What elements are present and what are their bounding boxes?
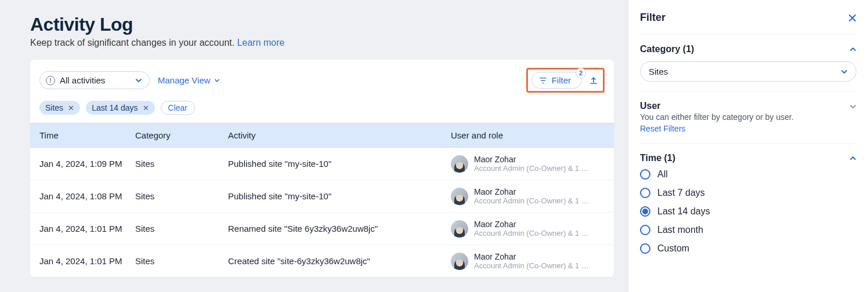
time-section-label: Time (1): [640, 153, 675, 163]
col-time: Time: [39, 130, 135, 140]
filter-icon: [539, 76, 547, 85]
activities-select[interactable]: ! All activities: [39, 71, 150, 89]
radio-icon: [640, 169, 650, 180]
user-name: Maor Zohar: [474, 252, 589, 261]
chip-label: Sites: [45, 103, 63, 112]
activities-select-label: All activities: [60, 75, 105, 85]
avatar: [451, 253, 468, 270]
time-radio-option[interactable]: Last 7 days: [640, 188, 856, 198]
table-row[interactable]: Jan 4, 2024, 1:01 PMSitesRenamed site "S…: [30, 213, 614, 245]
time-section-toggle[interactable]: Time (1): [640, 153, 856, 163]
category-section-toggle[interactable]: Category (1): [640, 44, 856, 54]
chevron-down-icon[interactable]: [849, 103, 856, 110]
time-section: Time (1) AllLast 7 daysLast 14 daysLast …: [640, 144, 856, 263]
table-row[interactable]: Jan 4, 2024, 1:08 PMSitesPublished site …: [30, 180, 614, 213]
radio-label: Last month: [657, 225, 703, 235]
cell-category: Sites: [135, 191, 228, 201]
filter-chips: Sites ✕ Last 14 days ✕ Clear: [30, 101, 614, 123]
filter-panel-title: Filter: [640, 12, 666, 24]
filter-button-label: Filter: [552, 75, 571, 85]
time-radio-option[interactable]: All: [640, 169, 856, 180]
col-activity: Activity: [228, 130, 451, 140]
activity-card: ! All activities Manage View Filter 2: [30, 60, 614, 278]
cell-category: Sites: [135, 224, 228, 233]
filter-button[interactable]: Filter 2: [531, 72, 582, 89]
user-section-note: You can either filter by category or by …: [640, 112, 794, 122]
user-section-label: User: [640, 101, 661, 111]
cell-category: Sites: [135, 159, 228, 169]
user-role: Account Admin (Co-Owner) & 1 …: [474, 164, 589, 173]
filter-highlight: Filter 2: [526, 68, 605, 93]
chip-close-icon[interactable]: ✕: [68, 104, 74, 112]
radio-icon: [640, 188, 650, 198]
radio-label: All: [657, 169, 668, 180]
chip-label: Last 14 days: [92, 103, 138, 112]
main-content: Activity Log Keep track of significant c…: [0, 0, 628, 292]
user-name: Maor Zohar: [474, 155, 589, 164]
reset-filters-link[interactable]: Reset Filters: [640, 124, 686, 133]
col-user: User and role: [451, 130, 605, 140]
chevron-down-icon: [841, 68, 848, 75]
user-role: Account Admin (Co-Owner) & 1 …: [474, 196, 589, 205]
cell-user: Maor ZoharAccount Admin (Co-Owner) & 1 …: [451, 220, 605, 238]
chevron-down-icon: [214, 78, 220, 83]
cell-time: Jan 4, 2024, 1:01 PM: [39, 256, 135, 266]
radio-icon: [640, 225, 650, 235]
cell-time: Jan 4, 2024, 1:08 PM: [39, 191, 135, 201]
user-name: Maor Zohar: [474, 220, 589, 229]
manage-view-link[interactable]: Manage View: [158, 75, 220, 85]
cell-activity: Published site "my-site-10": [228, 159, 451, 169]
radio-label: Last 14 days: [657, 206, 710, 217]
user-name: Maor Zohar: [474, 187, 589, 196]
chevron-up-icon: [849, 46, 856, 53]
clear-filters-button[interactable]: Clear: [161, 101, 195, 115]
time-radio-group: AllLast 7 daysLast 14 daysLast monthCust…: [640, 169, 856, 254]
user-section: User You can either filter by category o…: [640, 92, 856, 144]
info-icon: !: [46, 76, 55, 85]
cell-user: Maor ZoharAccount Admin (Co-Owner) & 1 …: [451, 252, 605, 270]
chevron-down-icon: [135, 77, 142, 84]
user-role: Account Admin (Co-Owner) & 1 …: [474, 261, 589, 270]
category-section-label: Category (1): [640, 44, 694, 54]
cell-time: Jan 4, 2024, 1:01 PM: [39, 224, 135, 233]
table-body: Jan 4, 2024, 1:09 PMSitesPublished site …: [30, 148, 614, 278]
cell-activity: Created site "site-6y3zky36w2uw8jc": [228, 256, 451, 266]
cell-activity: Published site "my-site-10": [228, 191, 451, 201]
page-subtitle: Keep track of significant changes in you…: [30, 38, 614, 48]
filter-count-badge: 2: [576, 68, 586, 78]
page-title: Activity Log: [30, 14, 614, 35]
time-radio-option[interactable]: Last month: [640, 225, 856, 235]
filter-chip[interactable]: Sites ✕: [39, 101, 80, 115]
radio-label: Last 7 days: [657, 188, 705, 198]
category-select[interactable]: Sites: [640, 61, 856, 82]
cell-category: Sites: [135, 256, 228, 266]
avatar: [451, 220, 468, 238]
export-button[interactable]: [589, 76, 598, 85]
col-category: Category: [135, 130, 228, 140]
manage-view-label: Manage View: [158, 75, 211, 85]
subtitle-text: Keep track of significant changes in you…: [30, 38, 234, 48]
table-row[interactable]: Jan 4, 2024, 1:01 PMSitesCreated site "s…: [30, 245, 614, 278]
category-select-value: Sites: [649, 67, 668, 76]
radio-icon: [640, 206, 650, 217]
table-row[interactable]: Jan 4, 2024, 1:09 PMSitesPublished site …: [30, 148, 614, 180]
filter-panel-header: Filter: [640, 12, 856, 35]
category-section: Category (1) Sites: [640, 35, 856, 92]
chevron-up-icon: [849, 155, 856, 162]
radio-label: Custom: [657, 243, 689, 254]
close-icon[interactable]: [848, 14, 856, 22]
radio-icon: [640, 243, 650, 254]
filter-chip[interactable]: Last 14 days ✕: [86, 101, 154, 115]
learn-more-link[interactable]: Learn more: [237, 38, 285, 48]
avatar: [451, 155, 468, 173]
time-radio-option[interactable]: Last 14 days: [640, 206, 856, 217]
user-role: Account Admin (Co-Owner) & 1 …: [474, 229, 589, 238]
time-radio-option[interactable]: Custom: [640, 243, 856, 254]
cell-activity: Renamed site "Site 6y3zky36w2uw8jc": [228, 224, 451, 233]
chip-close-icon[interactable]: ✕: [143, 104, 149, 112]
toolbar: ! All activities Manage View Filter 2: [30, 60, 614, 101]
filter-panel: Filter Category (1) Sites User You can e…: [628, 0, 868, 292]
cell-user: Maor ZoharAccount Admin (Co-Owner) & 1 …: [451, 187, 605, 205]
cell-user: Maor ZoharAccount Admin (Co-Owner) & 1 …: [451, 155, 605, 173]
avatar: [451, 188, 468, 205]
